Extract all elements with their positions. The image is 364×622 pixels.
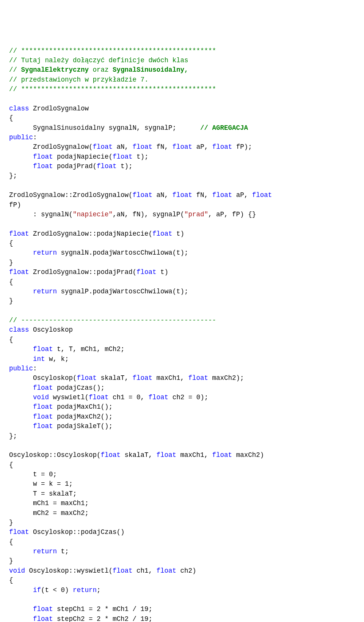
code-block: // *************************************… xyxy=(9,46,355,622)
code-line: if(t < 0) return; xyxy=(9,586,101,594)
code-line: class ZrodloSygnalow xyxy=(9,105,89,112)
code-line: { xyxy=(9,239,13,247)
code-line: w = k = 1; xyxy=(9,480,73,488)
code-line: int w, k; xyxy=(9,355,69,363)
code-line: ZrodloSygnalow::ZrodloSygnalow(float aN,… xyxy=(9,191,272,199)
code-line: void wyswietl(float ch1 = 0, float ch2 =… xyxy=(9,394,208,401)
code-line: float stepCh1 = 2 * mCh1 / 19; xyxy=(9,605,152,613)
code-line: }; xyxy=(9,172,17,180)
code-line: return t; xyxy=(9,548,69,555)
code-line: class Oscyloskop xyxy=(9,326,73,334)
code-line: mCh1 = maxCh1; xyxy=(9,499,89,507)
code-line: float podajCzas(); xyxy=(9,384,105,392)
code-line: { xyxy=(9,461,13,469)
code-line: } xyxy=(9,259,13,266)
code-line: SygnalSinusoidalny sygnalN, sygnalP; // … xyxy=(9,124,248,132)
code-line: mCh2 = maxCh2; xyxy=(9,509,89,517)
code-line: fP) xyxy=(9,201,21,209)
code-line: Oscyloskop(float skalaT, float maxCh1, f… xyxy=(9,374,244,382)
code-line: return sygnalN.podajWartoscChwilowa(t); xyxy=(9,249,188,257)
code-line: float podajPrad(float t); xyxy=(9,162,133,170)
code-line: } xyxy=(9,297,13,305)
comment-line: // -------------------------------------… xyxy=(9,317,216,324)
code-line: float stepCh2 = 2 * mCh2 / 19; xyxy=(9,615,152,622)
code-line: } xyxy=(9,557,13,565)
comment-line: // SygnalElektryczny oraz SygnalSinusoid… xyxy=(9,66,188,74)
comment-line: // przedstawionych w przykładzie 7. xyxy=(9,76,149,83)
code-line: { xyxy=(9,336,13,343)
code-line: }; xyxy=(9,432,17,440)
code-line: return sygnalP.podajWartoscChwilowa(t); xyxy=(9,288,188,295)
code-line: float ZrodloSygnalow::podajPrad(float t) xyxy=(9,268,168,276)
code-line: { xyxy=(9,278,13,286)
comment-line: // *************************************… xyxy=(9,47,216,55)
code-line: float ZrodloSygnalow::podajNapiecie(floa… xyxy=(9,230,184,238)
code-line: Oscyloskop::Oscyloskop(float skalaT, flo… xyxy=(9,451,264,459)
code-line: float Oscyloskop::podajCzas() xyxy=(9,528,125,536)
comment-line: // Tutaj należy dołączyć definicje dwóch… xyxy=(9,57,188,64)
code-line: { xyxy=(9,576,13,584)
code-line: public: xyxy=(9,365,37,372)
code-line: public: xyxy=(9,134,37,141)
code-line: float podajNapiecie(float t); xyxy=(9,153,149,161)
code-line: float podajMaxCh1(); xyxy=(9,403,113,411)
code-line: t = 0; xyxy=(9,471,57,478)
comment-line: // *************************************… xyxy=(9,85,216,93)
code-line: } xyxy=(9,519,13,526)
code-line: T = skalaT; xyxy=(9,490,77,498)
code-line: : sygnalN("napiecie",aN, fN), sygnalP("p… xyxy=(9,211,256,218)
code-line: float podajSkaleT(); xyxy=(9,422,113,430)
code-line: float t, T, mCh1, mCh2; xyxy=(9,345,125,353)
code-line: { xyxy=(9,538,13,546)
code-line: { xyxy=(9,114,13,122)
code-line: ZrodloSygnalow(float aN, float fN, float… xyxy=(9,143,252,151)
code-line: void Oscyloskop::wyswietl(float ch1, flo… xyxy=(9,567,196,575)
code-line: float podajMaxCh2(); xyxy=(9,413,113,420)
